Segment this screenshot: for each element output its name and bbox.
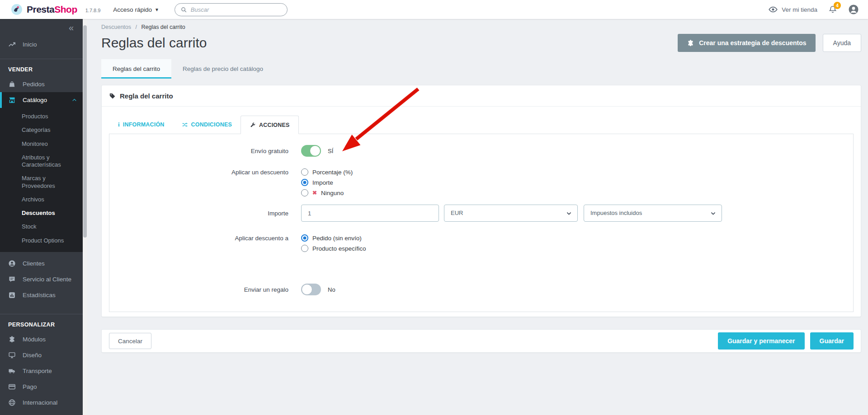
brand-name: PrestaShop: [27, 4, 77, 15]
quick-access-dropdown[interactable]: Acceso rápido ▼: [113, 6, 159, 13]
free-shipping-toggle[interactable]: [301, 145, 321, 157]
tab-reglas-precio-catalogo[interactable]: Reglas de precio del catálogo: [171, 59, 274, 79]
trending-up-icon: [8, 41, 16, 48]
chevron-down-icon: ▼: [155, 7, 159, 12]
amount-label: Importe: [109, 210, 301, 217]
sidebar-item-catalogo[interactable]: Catálogo: [0, 92, 83, 108]
prestashop-logo-icon: [11, 4, 23, 15]
radio-option-importe[interactable]: Importe: [301, 179, 353, 186]
version-label: 1.7.8.9: [85, 8, 101, 13]
radio-unchecked[interactable]: [301, 168, 308, 176]
submenu-item-categorias[interactable]: Categorías: [0, 123, 83, 137]
tab-condiciones[interactable]: CONDICIONES: [173, 116, 241, 134]
acciones-tab-content: Envío gratuito SÍ Aplicar un descuento P…: [109, 134, 854, 312]
store-icon: [8, 96, 16, 104]
sidebar-item-marketing[interactable]: Marketing: [0, 410, 83, 415]
sidebar-scrollbar-thumb[interactable]: [83, 25, 87, 238]
radio-unchecked[interactable]: [301, 245, 308, 252]
amount-input[interactable]: [301, 205, 439, 222]
radio-option-ninguno[interactable]: ✖ Ninguno: [301, 189, 353, 196]
sidebar-item-modulos[interactable]: Módulos: [0, 331, 83, 347]
radio-label: Ninguno: [321, 190, 344, 196]
toggle-knob: [302, 284, 312, 295]
free-shipping-value: SÍ: [328, 148, 333, 154]
tax-select[interactable]: Impuestos incluidos: [584, 205, 722, 222]
sidebar-item-pago[interactable]: Pago: [0, 379, 83, 395]
sidebar-item-label: Inicio: [23, 41, 37, 48]
sidebar-item-internacional[interactable]: Internacional: [0, 395, 83, 410]
submenu-item-descuentos[interactable]: Descuentos: [0, 206, 83, 220]
radio-unchecked[interactable]: [301, 189, 308, 196]
sidebar: « Inicio VENDER Pedidos Catálogo Product…: [0, 19, 83, 415]
monitor-icon: [8, 351, 16, 359]
catalog-submenu: Productos Categorías Monitoreo Atributos…: [0, 108, 83, 252]
prestashop-logo[interactable]: PrestaShop 1.7.8.9: [11, 4, 100, 15]
profile-avatar-icon[interactable]: [848, 4, 859, 15]
search-input[interactable]: [191, 6, 282, 13]
puzzle-icon: [8, 336, 16, 343]
sidebar-item-pedidos[interactable]: Pedidos: [0, 76, 83, 92]
breadcrumb-parent[interactable]: Descuentos: [101, 24, 131, 30]
view-shop-label: Ver mi tienda: [782, 6, 817, 13]
panel-title: Regla del carrito: [120, 92, 173, 100]
submenu-item-monitoreo[interactable]: Monitoreo: [0, 137, 83, 151]
tab-acciones[interactable]: ACCIONES: [241, 116, 299, 134]
currency-select[interactable]: EUR: [444, 205, 578, 222]
breadcrumb: Descuentos / Reglas del carrito: [101, 24, 861, 30]
cancel-button[interactable]: Cancelar: [109, 333, 151, 349]
submenu-item-archivos[interactable]: Archivos: [0, 193, 83, 206]
sidebar-section-vender: VENDER: [0, 59, 83, 76]
wrench-icon: [250, 122, 256, 128]
breadcrumb-current: Reglas del carrito: [141, 24, 185, 30]
sidebar-item-label: Servicio al Cliente: [23, 276, 71, 283]
submenu-item-stock[interactable]: Stock: [0, 220, 83, 233]
toggle-knob: [310, 145, 321, 156]
sidebar-item-clientes[interactable]: Clientes: [0, 256, 83, 271]
free-shipping-row: Envío gratuito SÍ: [109, 145, 853, 157]
sidebar-scrollbar[interactable]: [83, 19, 87, 415]
sidebar-item-inicio[interactable]: Inicio: [0, 37, 83, 52]
main-tabs: Reglas del carrito Reglas de precio del …: [101, 59, 861, 79]
gift-row: Enviar un regalo No: [109, 284, 853, 295]
sidebar-item-label: Transporte: [23, 368, 52, 374]
radio-checked[interactable]: [301, 234, 308, 242]
submenu-item-productos[interactable]: Productos: [0, 110, 83, 123]
globe-icon: [8, 399, 16, 406]
help-button[interactable]: Ayuda: [823, 34, 861, 52]
sidebar-item-estadisticas[interactable]: Estadísticas: [0, 287, 83, 303]
apply-to-label: Aplicar descuento a: [109, 234, 301, 252]
tab-reglas-del-carrito[interactable]: Reglas del carrito: [101, 59, 171, 79]
sidebar-item-label: Estadísticas: [23, 292, 56, 298]
radio-option-porcentaje[interactable]: Porcentaje (%): [301, 168, 353, 176]
save-button[interactable]: Guardar: [810, 332, 854, 350]
radio-checked[interactable]: [301, 179, 308, 186]
bar-chart-icon: [8, 291, 16, 299]
submenu-item-atributos[interactable]: Atributos y Características: [0, 151, 77, 172]
tab-informacion[interactable]: i INFORMACIÓN: [109, 116, 173, 134]
gift-toggle[interactable]: [301, 284, 321, 295]
cart-rule-panel: Regla del carrito i INFORMACIÓN CONDICIO…: [101, 85, 861, 317]
chevron-down-icon: [566, 210, 572, 217]
sidebar-item-servicio[interactable]: Servicio al Cliente: [0, 271, 83, 287]
submenu-item-product-options[interactable]: Product Options: [0, 234, 83, 247]
search-icon: [180, 6, 187, 13]
tax-selected-value: Impuestos incluidos: [590, 210, 642, 216]
radio-option-pedido[interactable]: Pedido (sin envío): [301, 234, 366, 242]
sidebar-item-transporte[interactable]: Transporte: [0, 363, 83, 379]
quick-access-label: Acceso rápido: [113, 6, 152, 13]
sidebar-item-label: Internacional: [23, 399, 57, 406]
save-and-stay-button[interactable]: Guardar y permanecer: [718, 332, 804, 350]
radio-option-producto-especifico[interactable]: Producto específico: [301, 245, 366, 252]
sidebar-collapse-button[interactable]: «: [0, 19, 83, 34]
create-strategy-button[interactable]: Crear una estrategia de descuentos: [678, 34, 815, 52]
info-icon: i: [118, 121, 120, 128]
currency-selected-value: EUR: [451, 210, 463, 216]
notifications-button[interactable]: 4: [828, 5, 837, 14]
truck-icon: [8, 367, 16, 375]
submenu-item-marcas[interactable]: Marcas y Proveedores: [0, 172, 83, 193]
search-box[interactable]: [175, 3, 288, 16]
view-shop-link[interactable]: Ver mi tienda: [769, 5, 817, 14]
sidebar-item-diseno[interactable]: Diseño: [0, 347, 83, 363]
sidebar-item-label: Catálogo: [23, 97, 47, 103]
sidebar-item-label: Pago: [23, 383, 37, 390]
